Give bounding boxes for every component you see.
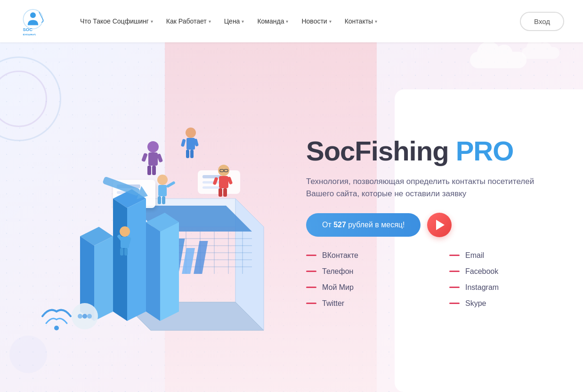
cloud-deco-2 bbox=[522, 47, 559, 59]
svg-rect-50 bbox=[141, 152, 148, 162]
svg-rect-68 bbox=[219, 188, 222, 197]
contact-item-instagram: Instagram bbox=[449, 283, 564, 292]
nav-item-team[interactable]: Команда ▾ bbox=[252, 15, 293, 28]
svg-point-58 bbox=[157, 175, 168, 185]
svg-rect-67 bbox=[219, 176, 228, 188]
contact-item-myworld: Мой Мир bbox=[306, 283, 421, 292]
dash-icon bbox=[306, 255, 316, 256]
svg-point-46 bbox=[147, 141, 159, 152]
svg-rect-54 bbox=[186, 150, 189, 158]
dash-icon bbox=[306, 303, 316, 304]
dash-icon bbox=[449, 271, 460, 272]
svg-rect-55 bbox=[190, 150, 194, 158]
chevron-down-icon: ▾ bbox=[242, 19, 244, 24]
contact-item-vk: ВКонтакте bbox=[306, 251, 421, 260]
svg-rect-69 bbox=[223, 188, 227, 197]
svg-text:FISHING: FISHING bbox=[23, 33, 36, 35]
svg-rect-56 bbox=[181, 139, 186, 147]
svg-rect-74 bbox=[120, 248, 123, 256]
hero-subtitle: Технология, позволяющая определить конта… bbox=[306, 176, 537, 200]
chevron-down-icon: ▾ bbox=[151, 19, 153, 24]
nav-item-how-works[interactable]: Как Работает ▾ bbox=[162, 15, 216, 28]
cta-button[interactable]: От 527 рублей в месяц! bbox=[306, 213, 421, 237]
header: SOC FISHING Что Такое Соцфишинг ▾ Как Ра… bbox=[0, 0, 583, 42]
nav-item-socfishing[interactable]: Что Такое Соцфишинг ▾ bbox=[75, 15, 158, 28]
nav-item-news[interactable]: Новости ▾ bbox=[297, 15, 336, 28]
svg-rect-24 bbox=[182, 248, 195, 274]
play-button[interactable] bbox=[427, 213, 452, 237]
chevron-down-icon: ▾ bbox=[329, 19, 332, 24]
svg-rect-31 bbox=[202, 175, 221, 178]
svg-point-1 bbox=[30, 12, 36, 18]
hero-title-text: SocFishing bbox=[306, 136, 456, 166]
hero-title: SocFishing PRO bbox=[306, 136, 564, 166]
dash-icon bbox=[306, 287, 316, 288]
contact-list: ВКонтакте Email Телефон Facebook Мой Мир bbox=[306, 251, 564, 308]
nav-item-price[interactable]: Цена ▾ bbox=[219, 15, 249, 28]
svg-rect-49 bbox=[152, 166, 156, 175]
svg-point-72 bbox=[120, 226, 130, 237]
svg-point-80 bbox=[82, 314, 87, 319]
chevron-down-icon: ▾ bbox=[286, 19, 288, 24]
svg-marker-36 bbox=[94, 236, 113, 321]
svg-marker-39 bbox=[127, 199, 146, 321]
dash-icon bbox=[306, 271, 316, 272]
svg-point-52 bbox=[186, 128, 196, 138]
svg-text:SOC: SOC bbox=[23, 27, 33, 32]
svg-rect-47 bbox=[148, 152, 158, 166]
contact-item-twitter: Twitter bbox=[306, 299, 421, 308]
svg-marker-42 bbox=[160, 222, 179, 321]
contact-item-skype: Skype bbox=[449, 299, 564, 308]
svg-point-79 bbox=[78, 314, 82, 319]
cta-row: От 527 рублей в месяц! bbox=[306, 213, 564, 237]
svg-point-45 bbox=[54, 326, 59, 330]
nav-item-contacts[interactable]: Контакты ▾ bbox=[340, 15, 382, 28]
chevron-down-icon: ▾ bbox=[209, 19, 211, 24]
login-button[interactable]: Вход bbox=[520, 12, 564, 31]
hero-title-pro: PRO bbox=[456, 136, 514, 166]
contact-item-phone: Телефон bbox=[306, 267, 421, 276]
svg-rect-62 bbox=[166, 181, 176, 188]
chevron-down-icon: ▾ bbox=[375, 19, 377, 24]
svg-marker-41 bbox=[146, 222, 160, 321]
svg-point-81 bbox=[87, 314, 92, 319]
main-nav: Что Такое Соцфишинг ▾ Как Работает ▾ Цен… bbox=[75, 15, 520, 28]
svg-rect-59 bbox=[158, 185, 167, 196]
isometric-graphic bbox=[9, 86, 283, 349]
hero-illustration bbox=[0, 76, 292, 359]
svg-marker-38 bbox=[113, 199, 127, 321]
dash-icon bbox=[449, 255, 460, 256]
cloud-deco-1 bbox=[470, 52, 526, 68]
dash-icon bbox=[449, 287, 460, 288]
contact-item-facebook: Facebook bbox=[449, 267, 564, 276]
svg-rect-48 bbox=[147, 166, 151, 175]
svg-rect-75 bbox=[124, 248, 128, 256]
svg-rect-60 bbox=[158, 196, 161, 204]
logo[interactable]: SOC FISHING bbox=[19, 7, 47, 35]
dash-icon bbox=[449, 303, 460, 304]
hero-content: SocFishing PRO Технология, позволяющая о… bbox=[292, 108, 583, 326]
svg-rect-61 bbox=[162, 196, 165, 204]
hero-section: SocFishing PRO Технология, позволяющая о… bbox=[0, 42, 583, 392]
svg-rect-53 bbox=[186, 138, 195, 150]
contact-item-email: Email bbox=[449, 251, 564, 260]
